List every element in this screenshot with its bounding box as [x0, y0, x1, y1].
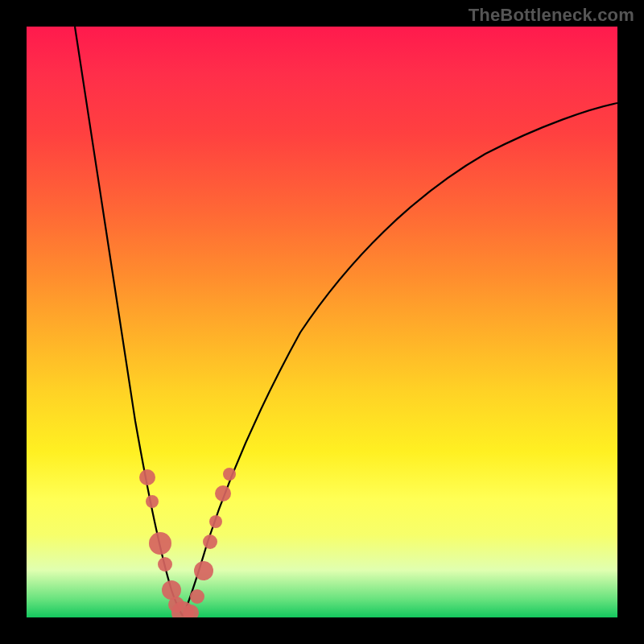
curve-group: [75, 27, 617, 616]
markers-group: [139, 468, 236, 617]
watermark-text: TheBottleneck.com: [469, 5, 634, 26]
marker-dot: [146, 495, 159, 508]
marker-dot: [203, 535, 217, 549]
marker-dot: [209, 515, 222, 528]
curve-right-branch: [183, 103, 617, 616]
marker-dot: [149, 532, 171, 555]
chart-container: TheBottleneck.com: [0, 0, 644, 644]
curves-svg: [27, 27, 617, 617]
marker-dot: [190, 589, 204, 604]
marker-dot: [194, 561, 213, 580]
marker-dot: [139, 469, 155, 485]
marker-dot: [215, 485, 231, 502]
curve-left-branch: [75, 27, 183, 616]
marker-dot: [158, 557, 172, 572]
plot-area: [27, 27, 617, 617]
marker-dot: [223, 468, 236, 481]
